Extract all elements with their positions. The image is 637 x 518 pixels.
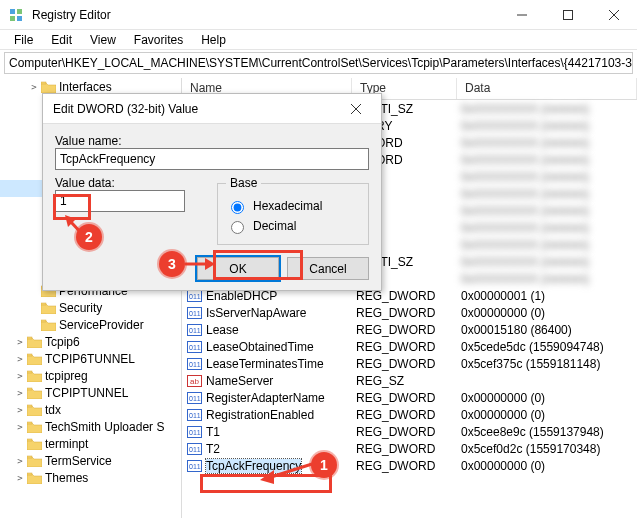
folder-icon [40,318,56,332]
close-button[interactable] [591,0,637,30]
folder-icon [40,301,56,315]
addressbar[interactable]: Computer\HKEY_LOCAL_MACHINE\SYSTEM\Curre… [4,52,633,74]
svg-rect-24 [27,354,32,356]
tree-item-label: Security [59,301,102,315]
value-type: REG_DWORD [352,323,457,337]
radio-dec-input[interactable] [231,221,244,234]
window-title: Registry Editor [32,8,499,22]
chevron-icon[interactable]: > [14,405,26,415]
binary-value-icon: 011 [186,442,202,456]
svg-text:011: 011 [189,361,201,368]
folder-icon [40,80,56,94]
list-row[interactable]: 011LeaseREG_DWORD0x00015180 (86400) [182,321,637,338]
list-row[interactable]: abNameServerREG_SZ [182,372,637,389]
value-data: 0x00000000 (0) [457,408,637,422]
list-row[interactable]: 011T2REG_DWORD0x5cef0d2c (1559170348) [182,440,637,457]
tree-item[interactable]: Security [0,299,181,316]
value-type: REG_DWORD [352,340,457,354]
svg-rect-29 [27,439,32,441]
svg-text:011: 011 [189,463,201,470]
tree-item[interactable]: >TechSmith Uploader S [0,418,181,435]
menu-help[interactable]: Help [193,32,234,48]
menu-file[interactable]: File [6,32,41,48]
svg-text:011: 011 [189,344,201,351]
tree-item-label: TCPIPTUNNEL [45,386,128,400]
svg-rect-27 [27,405,32,407]
list-row[interactable]: 011RegisterAdapterNameREG_DWORD0x0000000… [182,389,637,406]
value-type: REG_DWORD [352,408,457,422]
tree-item[interactable]: >TermService [0,452,181,469]
tree-item[interactable]: >tcpipreg [0,367,181,384]
folder-icon [26,471,42,485]
list-row[interactable]: 011TcpAckFrequencyREG_DWORD0x00000000 (0… [182,457,637,474]
folder-icon [26,369,42,383]
tree-item[interactable]: >tdx [0,401,181,418]
tree-item[interactable]: >Themes [0,469,181,486]
svg-marker-83 [260,470,274,484]
list-row[interactable]: 011LeaseTerminatesTimeREG_DWORD0x5cef375… [182,355,637,372]
tree-item[interactable]: >Tcpip6 [0,333,181,350]
menu-view[interactable]: View [82,32,124,48]
tree-item-label: TCPIP6TUNNEL [45,352,135,366]
menu-favorites[interactable]: Favorites [126,32,191,48]
value-data: 0xXXXXXXXX (nnnnnn) [457,170,637,184]
svg-rect-28 [27,422,32,424]
value-name-field[interactable] [55,148,369,170]
list-row[interactable]: 011IsServerNapAwareREG_DWORD0x00000000 (… [182,304,637,321]
value-data: 0x5cef0d2c (1559170348) [457,442,637,456]
tree-item[interactable]: terminpt [0,435,181,452]
tree-item-label: ServiceProvider [59,318,144,332]
value-type: REG_DWORD [352,357,457,371]
tree-item[interactable]: >TCPIP6TUNNEL [0,350,181,367]
value-name-label: Value name: [55,134,369,148]
cancel-button[interactable]: Cancel [287,257,369,280]
annotation-arrow-3 [183,254,217,274]
dialog-close-button[interactable] [341,94,371,124]
radio-dec[interactable]: Decimal [226,216,360,236]
value-data: 0x5cede5dc (1559094748) [457,340,637,354]
list-row[interactable]: 011LeaseObtainedTimeREG_DWORD0x5cede5dc … [182,338,637,355]
svg-text:011: 011 [189,327,201,334]
menu-edit[interactable]: Edit [43,32,80,48]
folder-icon [26,454,42,468]
radio-hex[interactable]: Hexadecimal [226,196,360,216]
dialog-titlebar[interactable]: Edit DWORD (32-bit) Value [43,94,381,124]
svg-rect-5 [564,10,573,19]
chevron-icon[interactable]: > [28,82,40,92]
col-data[interactable]: Data [457,78,637,99]
svg-rect-30 [27,456,32,458]
value-data: 0xXXXXXXXX (nnnnnn) [457,238,637,252]
value-data: 0xXXXXXXXX (nnnnnn) [457,255,637,269]
value-name: LeaseObtainedTime [206,340,314,354]
svg-text:ab: ab [190,377,199,386]
chevron-icon[interactable]: > [14,371,26,381]
svg-text:011: 011 [189,310,201,317]
annotation-callout-3: 3 [159,251,185,277]
value-data: 0xXXXXXXXX (nnnnnn) [457,187,637,201]
value-data-field[interactable] [55,190,185,212]
tree-item[interactable]: ServiceProvider [0,316,181,333]
minimize-button[interactable] [499,0,545,30]
svg-rect-2 [10,16,15,21]
svg-rect-23 [27,337,32,339]
chevron-icon[interactable]: > [14,388,26,398]
chevron-icon[interactable]: > [14,456,26,466]
value-name: T2 [206,442,220,456]
binary-value-icon: 011 [186,323,202,337]
radio-hex-input[interactable] [231,201,244,214]
base-legend: Base [226,176,261,190]
tree-item[interactable]: >TCPIPTUNNEL [0,384,181,401]
chevron-icon[interactable]: > [14,422,26,432]
chevron-icon[interactable]: > [14,354,26,364]
value-data: 0x00000000 (0) [457,306,637,320]
value-data: 0x5cee8e9c (1559137948) [457,425,637,439]
value-data: 0xXXXXXXXX (nnnnnn) [457,119,637,133]
chevron-icon[interactable]: > [14,337,26,347]
chevron-icon[interactable]: > [14,473,26,483]
list-row[interactable]: 011T1REG_DWORD0x5cee8e9c (1559137948) [182,423,637,440]
maximize-button[interactable] [545,0,591,30]
list-row[interactable]: 011RegistrationEnabledREG_DWORD0x0000000… [182,406,637,423]
svg-text:011: 011 [189,395,201,402]
binary-value-icon: 011 [186,340,202,354]
value-data: 0xXXXXXXXX (nnnnnn) [457,272,637,286]
